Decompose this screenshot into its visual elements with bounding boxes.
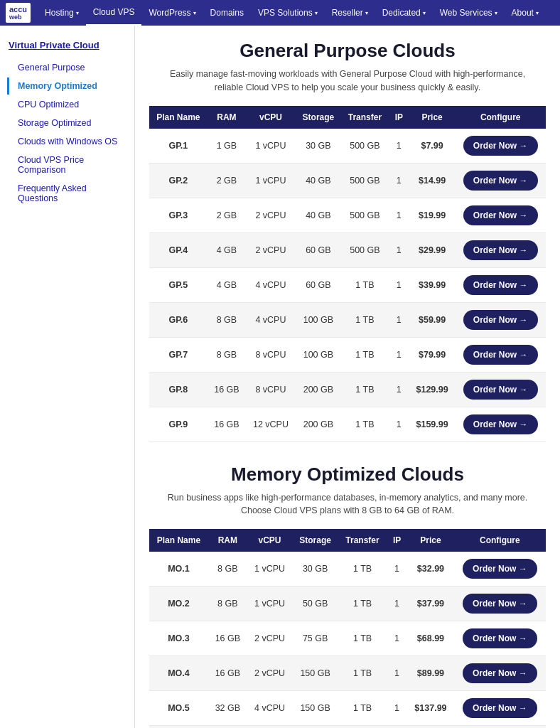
gp-title: General Purpose Clouds <box>149 40 546 62</box>
plan-configure[interactable]: Order Now → <box>455 302 546 337</box>
order-now-button[interactable]: Order Now → <box>463 698 537 718</box>
plan-vcpu: 1 vCPU <box>247 587 292 621</box>
nav-domains[interactable]: Domains <box>203 0 251 26</box>
nav-webservices[interactable]: Web Services ▾ <box>433 0 505 26</box>
plan-configure[interactable]: Order Now → <box>454 726 546 729</box>
plan-price: $59.99 <box>409 302 456 337</box>
nav-about[interactable]: About ▾ <box>505 0 546 26</box>
plan-transfer: 1 TB <box>338 656 387 691</box>
order-now-button[interactable]: Order Now → <box>463 414 538 434</box>
plan-configure[interactable]: Order Now → <box>455 129 546 164</box>
plan-storage: 75 GB <box>292 621 338 656</box>
plan-configure[interactable]: Order Now → <box>454 691 546 726</box>
plan-ip: 1 <box>389 163 409 198</box>
gp-section: General Purpose Clouds Easily manage fas… <box>149 40 546 442</box>
plan-storage: 40 GB <box>296 163 341 198</box>
order-now-button[interactable]: Order Now → <box>463 594 537 614</box>
order-now-button[interactable]: Order Now → <box>463 380 538 400</box>
gp-col-price: Price <box>409 106 456 129</box>
plan-configure[interactable]: Order Now → <box>455 407 546 441</box>
order-now-button[interactable]: Order Now → <box>463 240 538 260</box>
plan-configure[interactable]: Order Now → <box>455 163 546 198</box>
sidebar-item-storage-optimized[interactable]: Storage Optimized <box>7 114 127 132</box>
table-row: GP.5 4 GB 4 vCPU 60 GB 1 TB 1 $39.99 Ord… <box>149 267 546 302</box>
order-now-button[interactable]: Order Now → <box>463 275 538 295</box>
plan-configure[interactable]: Order Now → <box>455 232 546 267</box>
plan-name: GP.5 <box>149 267 208 302</box>
plan-ram: 1 GB <box>208 129 246 164</box>
order-now-button[interactable]: Order Now → <box>463 136 538 156</box>
plan-name: MO.6 <box>149 726 208 729</box>
table-row: MO.3 16 GB 2 vCPU 75 GB 1 TB 1 $68.99 Or… <box>149 621 546 656</box>
plan-name: MO.5 <box>149 691 208 726</box>
plan-configure[interactable]: Order Now → <box>455 198 546 232</box>
mo-col-vcpu: vCPU <box>247 529 292 552</box>
plan-vcpu: 2 vCPU <box>247 621 292 656</box>
plan-name: GP.7 <box>149 337 208 372</box>
plan-name: GP.1 <box>149 129 208 164</box>
gp-col-ip: IP <box>389 106 409 129</box>
sidebar-item-clouds-windows[interactable]: Clouds with Windows OS <box>7 133 127 150</box>
plan-configure[interactable]: Order Now → <box>455 267 546 302</box>
order-now-button[interactable]: Order Now → <box>463 345 538 365</box>
plan-price: $129.99 <box>409 372 456 407</box>
plan-vcpu: 1 vCPU <box>246 163 296 198</box>
order-now-button[interactable]: Order Now → <box>463 559 537 579</box>
order-now-button[interactable]: Order Now → <box>463 628 537 648</box>
mo-table-header: Plan Name RAM vCPU Storage Transfer IP P… <box>149 529 546 552</box>
plan-price: $19.99 <box>409 198 456 232</box>
mo-title: Memory Optimized Clouds <box>149 464 546 486</box>
order-now-button[interactable]: Order Now → <box>463 663 537 683</box>
plan-price: $68.99 <box>407 621 454 656</box>
order-now-button[interactable]: Order Now → <box>463 171 538 191</box>
plan-transfer: 1 TB <box>338 621 387 656</box>
plan-transfer: 1 TB <box>341 407 389 441</box>
plan-configure[interactable]: Order Now → <box>454 552 546 587</box>
plan-configure[interactable]: Order Now → <box>454 621 546 656</box>
sidebar-item-cpu-optimized[interactable]: CPU Optimized <box>7 96 127 113</box>
sidebar-item-memory-optimized[interactable]: Memory Optimized <box>7 77 127 95</box>
plan-storage: 60 GB <box>296 267 341 302</box>
table-row: GP.1 1 GB 1 vCPU 30 GB 500 GB 1 $7.99 Or… <box>149 129 546 164</box>
plan-name: GP.3 <box>149 198 208 232</box>
plan-ram: 4 GB <box>208 267 246 302</box>
mo-col-ram: RAM <box>208 529 247 552</box>
nav-reseller[interactable]: Reseller ▾ <box>325 0 375 26</box>
gp-table-header: Plan Name RAM vCPU Storage Transfer IP P… <box>149 106 546 129</box>
logo[interactable]: accuweb <box>6 3 31 23</box>
table-row: GP.3 2 GB 2 vCPU 40 GB 500 GB 1 $19.99 O… <box>149 198 546 232</box>
sidebar-item-general-purpose[interactable]: General Purpose <box>7 59 127 76</box>
nav-dedicated[interactable]: Dedicated ▾ <box>375 0 433 26</box>
plan-vcpu: 4 vCPU <box>246 302 296 337</box>
top-navigation: accuweb Hosting ▾ Cloud VPS WordPress ▾ … <box>0 0 560 26</box>
sidebar-item-faq[interactable]: Frequently Asked Questions <box>7 180 127 207</box>
gp-col-plan: Plan Name <box>149 106 208 129</box>
nav-vpssolutions[interactable]: VPS Solutions ▾ <box>251 0 325 26</box>
table-row: GP.7 8 GB 8 vCPU 100 GB 1 TB 1 $79.99 Or… <box>149 337 546 372</box>
plan-configure[interactable]: Order Now → <box>454 656 546 691</box>
plan-price: $79.99 <box>409 337 456 372</box>
plan-ip: 1 <box>389 232 409 267</box>
plan-ram: 2 GB <box>208 163 246 198</box>
plan-ip: 1 <box>387 621 407 656</box>
plan-vcpu: 4 vCPU <box>246 267 296 302</box>
nav-wordpress[interactable]: WordPress ▾ <box>141 0 203 26</box>
plan-vcpu: 2 vCPU <box>246 232 296 267</box>
mo-col-plan: Plan Name <box>149 529 208 552</box>
plan-configure[interactable]: Order Now → <box>455 372 546 407</box>
nav-cloudvps[interactable]: Cloud VPS <box>86 0 142 26</box>
plan-storage: 100 GB <box>296 337 341 372</box>
sidebar-item-price-comparison[interactable]: Cloud VPS Price Comparison <box>7 151 127 178</box>
plan-vcpu: 4 vCPU <box>247 726 292 729</box>
plan-transfer: 1 TB <box>341 372 389 407</box>
plan-price: $29.99 <box>409 232 456 267</box>
nav-hosting[interactable]: Hosting ▾ <box>38 0 86 26</box>
order-now-button[interactable]: Order Now → <box>463 205 538 225</box>
order-now-button[interactable]: Order Now → <box>463 310 538 330</box>
plan-configure[interactable]: Order Now → <box>455 337 546 372</box>
table-row: GP.2 2 GB 1 vCPU 40 GB 500 GB 1 $14.99 O… <box>149 163 546 198</box>
table-row: MO.5 32 GB 4 vCPU 150 GB 1 TB 1 $137.99 … <box>149 691 546 726</box>
plan-ip: 1 <box>389 302 409 337</box>
plan-name: GP.9 <box>149 407 208 441</box>
plan-configure[interactable]: Order Now → <box>454 587 546 621</box>
